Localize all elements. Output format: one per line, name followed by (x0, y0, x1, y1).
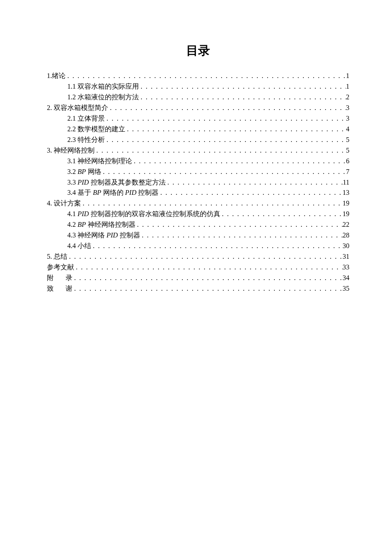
toc-leader-dots (132, 156, 346, 167)
toc-entry-label: 3. 神经网络控制 (47, 145, 95, 156)
toc-entry: 2. 双容水箱模型简介3 (47, 103, 349, 113)
toc-leader-dots (166, 177, 343, 188)
toc-leader-dots (125, 124, 346, 135)
toc-leader-dots (74, 262, 343, 273)
toc-entry-page: 33 (343, 262, 349, 273)
toc-entry-page: 1 (346, 81, 349, 92)
toc-leader-dots (66, 71, 346, 81)
toc-entry: 3.3 PID 控制器及其参数整定方法 11 (47, 177, 349, 188)
toc-entry-label: 附录 (47, 273, 72, 283)
toc-entry: 1.绪论1 (47, 71, 349, 81)
toc-entry-label: 1.2 水箱液位的控制方法 (67, 92, 139, 103)
toc-entry: 1.2 水箱液位的控制方法2 (47, 92, 349, 103)
toc-leader-dots (95, 145, 346, 156)
toc-entry: 3.1 神经网络控制理论6 (47, 156, 349, 167)
toc-entry-page: 11 (343, 177, 349, 188)
page-title: 目录 (47, 43, 349, 59)
toc-leader-dots (139, 92, 346, 103)
toc-leader-dots (105, 135, 346, 145)
toc-entry-page: 1 (346, 71, 349, 81)
toc-leader-dots (135, 220, 343, 230)
toc-entry-page: 35 (343, 283, 349, 294)
toc-entry-label: 3.3 PID 控制器及其参数整定方法 (67, 177, 166, 188)
toc-entry: 3. 神经网络控制5 (47, 145, 349, 156)
toc-leader-dots (91, 241, 343, 251)
table-of-contents: 1.绪论11.1 双容水箱的实际应用11.2 水箱液位的控制方法22. 双容水箱… (47, 71, 349, 294)
toc-entry: 2.3 特性分析5 (47, 135, 349, 145)
toc-entry-label: 4.3 神经网络 PID 控制器 (67, 230, 140, 241)
toc-entry: 参考文献33 (47, 262, 349, 273)
toc-entry-label: 致谢 (47, 283, 72, 294)
toc-entry: 2.2 数学模型的建立4 (47, 124, 349, 135)
toc-leader-dots (81, 198, 343, 209)
toc-leader-dots (72, 283, 343, 294)
toc-entry-label: 3.2 BP 网络 (67, 167, 101, 177)
toc-entry-label: 2.1 立体背景 (67, 113, 105, 124)
toc-entry-page: 31 (343, 251, 349, 262)
toc-leader-dots (108, 103, 346, 113)
toc-entry-label: 3.4 基于 BP 网络的 PID 控制器 (67, 188, 159, 198)
toc-entry-label: 4. 设计方案 (47, 198, 81, 209)
toc-entry-label: 4.2 BP 神经网络控制器 (67, 220, 135, 230)
toc-leader-dots (105, 113, 346, 124)
toc-entry: 3.4 基于 BP 网络的 PID 控制器 13 (47, 188, 349, 198)
toc-entry-label: 2. 双容水箱模型简介 (47, 103, 108, 113)
toc-entry-label: 1.绪论 (47, 71, 66, 81)
toc-entry: 致谢35 (47, 283, 349, 294)
toc-entry-label: 参考文献 (47, 262, 74, 273)
toc-entry: 4.2 BP 神经网络控制器 22 (47, 220, 349, 230)
toc-entry: 4.3 神经网络 PID 控制器 28 (47, 230, 349, 241)
toc-entry-label: 5. 总结 (47, 251, 67, 262)
toc-entry-page: 19 (343, 198, 349, 209)
toc-entry: 4.1 PID 控制器控制的双容水箱液位控制系统的仿真 19 (47, 209, 349, 220)
toc-entry-page: 19 (343, 209, 349, 220)
toc-entry-page: 3 (346, 103, 349, 113)
toc-entry-label: 4.4 小结 (67, 241, 91, 251)
toc-entry-label: 3.1 神经网络控制理论 (67, 156, 132, 167)
toc-entry: 2.1 立体背景3 (47, 113, 349, 124)
toc-entry-page: 2 (346, 92, 349, 103)
toc-entry-label: 2.3 特性分析 (67, 135, 105, 145)
toc-entry: 1.1 双容水箱的实际应用1 (47, 81, 349, 92)
toc-entry-page: 13 (343, 188, 349, 198)
toc-entry-page: 7 (346, 167, 349, 177)
toc-leader-dots (139, 81, 346, 92)
toc-leader-dots (140, 230, 343, 241)
toc-entry-page: 6 (346, 156, 349, 167)
toc-entry-page: 30 (343, 241, 349, 251)
toc-entry-page: 3 (346, 113, 349, 124)
toc-entry-page: 34 (343, 273, 349, 283)
toc-entry-page: 4 (346, 124, 349, 135)
toc-entry-label: 2.2 数学模型的建立 (67, 124, 125, 135)
toc-entry-page: 28 (343, 230, 349, 241)
toc-entry: 附录34 (47, 273, 349, 283)
toc-entry-label: 1.1 双容水箱的实际应用 (67, 81, 139, 92)
toc-leader-dots (220, 209, 343, 220)
toc-leader-dots (159, 188, 343, 198)
toc-entry-page: 5 (346, 145, 349, 156)
toc-entry: 4.4 小结 30 (47, 241, 349, 251)
toc-entry: 5. 总结31 (47, 251, 349, 262)
toc-entry-page: 5 (346, 135, 349, 145)
toc-entry: 4. 设计方案19 (47, 198, 349, 209)
toc-entry: 3.2 BP 网络7 (47, 167, 349, 177)
toc-entry-label: 4.1 PID 控制器控制的双容水箱液位控制系统的仿真 (67, 209, 220, 220)
toc-leader-dots (72, 273, 343, 283)
toc-leader-dots (101, 167, 346, 177)
toc-entry-page: 22 (343, 220, 349, 230)
toc-leader-dots (67, 251, 343, 262)
